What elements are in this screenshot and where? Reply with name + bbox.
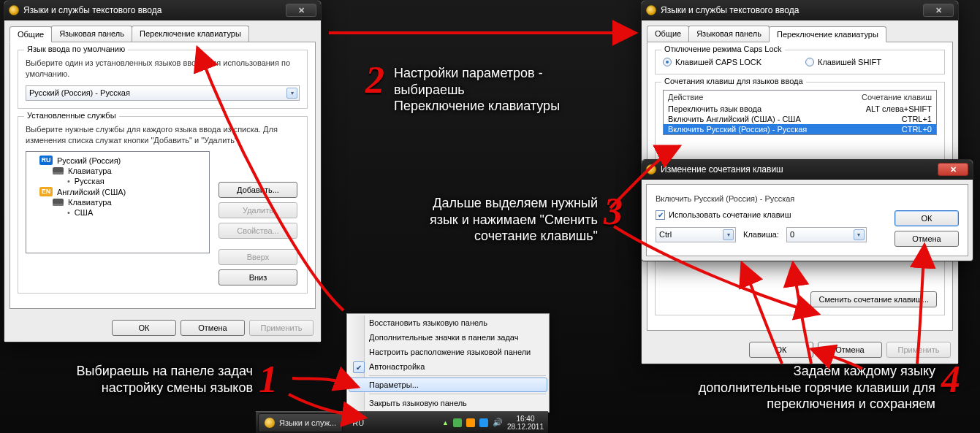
table-row-selected[interactable]: Включить Русский (Россия) - Русская CTRL…	[664, 124, 936, 134]
radio-caps-lock[interactable]: Клавишей CAPS LOCK	[663, 58, 761, 66]
cancel-button[interactable]: Отмена	[181, 320, 245, 336]
group-default-language: Язык ввода по умолчанию Выберите один из…	[18, 50, 308, 109]
menu-item-extra-icons[interactable]: Дополнительные значки в панели задач	[349, 330, 547, 345]
tree-kbd: Клавиатура	[68, 166, 112, 175]
chevron-down-icon: ▾	[854, 229, 865, 240]
volume-icon[interactable]: 🔊	[493, 418, 503, 427]
properties-button[interactable]: Свойства...	[219, 223, 297, 239]
tab-general[interactable]: Общие	[10, 26, 52, 42]
lang-badge-en: EN	[39, 187, 53, 196]
cancel-button[interactable]: Отмена	[894, 231, 959, 247]
tray-arrow-icon[interactable]: ▲	[442, 419, 449, 426]
tree-layout: США	[75, 208, 93, 217]
tab-general[interactable]: Общие	[647, 26, 689, 42]
group-legend: Язык ввода по умолчанию	[24, 45, 128, 53]
titlebar[interactable]: Изменение сочетания клавиш ✕	[642, 160, 973, 180]
tab-pane: Язык ввода по умолчанию Выберите один из…	[10, 42, 316, 309]
close-button[interactable]: ✕	[286, 4, 316, 17]
annotation-2: Настройки параметров - выбираешь Переклю…	[394, 65, 628, 115]
change-hotkey-button[interactable]: Сменить сочетание клавиш...	[810, 291, 937, 307]
tab-language-bar[interactable]: Языковая панель	[688, 26, 770, 42]
apply-button[interactable]: Применить	[249, 320, 314, 336]
key-dropdown[interactable]: 0 ▾	[786, 227, 867, 242]
tree-lang-en: Английский (США)	[57, 188, 126, 196]
remove-button[interactable]: Удалить	[219, 202, 297, 218]
close-button[interactable]: ✕	[938, 163, 968, 176]
step-number-2: 2	[365, 58, 384, 101]
ok-button[interactable]: ОК	[112, 320, 176, 336]
tray-icon[interactable]	[479, 418, 488, 427]
tree-kbd: Клавиатура	[68, 198, 112, 207]
radio-shift[interactable]: Клавишей SHIFT	[805, 58, 881, 66]
titlebar[interactable]: Языки и службы текстового ввода ✕	[4, 1, 321, 20]
app-icon	[9, 5, 19, 15]
dropdown-value: Ctrl	[659, 230, 672, 239]
radio-label: Клавишей SHIFT	[818, 58, 881, 66]
annotation-1: Выбираешь на панеле задач настройку смен…	[12, 363, 253, 396]
table-row[interactable]: Переключить язык ввода ALT слева+SHIFT	[664, 104, 936, 114]
group-description: Выберите нужные службы для каждого языка…	[26, 124, 300, 146]
menu-item-restore[interactable]: Восстановить языковую панель	[349, 315, 547, 330]
titlebar[interactable]: Языки и службы текстового ввода ✕	[642, 1, 958, 20]
tab-strip: Общие Языковая панель Переключение клави…	[4, 20, 321, 42]
dialog-footer: ОК Отмена Применить	[642, 336, 958, 364]
default-language-dropdown[interactable]: Русский (Россия) - Русская ▾	[26, 85, 300, 101]
menu-item-close[interactable]: Закрыть языковую панель	[349, 396, 547, 410]
cell-action: Переключить язык ввода	[668, 104, 851, 113]
taskbar-app-button[interactable]: Языки и служ...	[258, 413, 343, 432]
tab-keyboard-switch[interactable]: Переключение клавиатуры	[132, 26, 249, 42]
keyboard-icon	[53, 167, 64, 175]
radio-icon	[663, 58, 672, 66]
menu-item-parameters[interactable]: Параметры...	[349, 378, 547, 392]
modifier-dropdown[interactable]: Ctrl ▾	[656, 227, 736, 242]
taskbar-lang-indicator[interactable]: RU	[352, 418, 364, 427]
tray-icon[interactable]	[453, 418, 462, 427]
tray-icon[interactable]	[466, 418, 475, 427]
ok-button[interactable]: ОК	[894, 210, 959, 226]
close-button[interactable]: ✕	[923, 4, 954, 17]
hotkey-table[interactable]: Действие Сочетание клавиш Переключить яз…	[663, 90, 937, 135]
system-tray: ▲ 🔊 16:40 28.12.2011	[442, 415, 548, 431]
apply-button[interactable]: Применить	[886, 342, 951, 358]
tree-layout: Русская	[75, 177, 105, 185]
tab-language-bar[interactable]: Языковая панель	[51, 26, 132, 42]
language-bar-context-menu: Восстановить языковую панель Дополнитель…	[346, 313, 550, 413]
group-installed-services: Установленные службы Выберите нужные слу…	[18, 116, 308, 294]
services-tree[interactable]: RUРусский (Россия) Клавиатура •Русская E…	[26, 151, 210, 253]
checkbox-label: Использовать сочетание клавиш	[669, 210, 791, 219]
window-title: Языки и службы текстового ввода	[23, 5, 162, 15]
dropdown-value: Русский (Россия) - Русская	[29, 88, 130, 97]
taskbar-label: Языки и служ...	[279, 418, 336, 427]
app-icon	[646, 5, 656, 15]
taskbar: Языки и служ... RU ▲ 🔊 16:40 28.12.2011	[256, 411, 548, 433]
ok-button[interactable]: ОК	[749, 342, 813, 358]
keyboard-icon	[53, 199, 64, 206]
radio-label: Клавишей CAPS LOCK	[675, 58, 761, 66]
key-label: Клавиша:	[743, 230, 779, 239]
window-title: Языки и службы текстового ввода	[661, 5, 799, 15]
menu-item-auto[interactable]: ✔Автонастройка	[349, 359, 547, 374]
hotkey-subject: Включить Русский (Россия) - Русская	[656, 193, 959, 204]
clock-date: 28.12.2011	[507, 423, 544, 431]
cell-combo: ALT слева+SHIFT	[851, 104, 932, 113]
bullet-icon: •	[67, 208, 70, 217]
step-number-3: 3	[604, 190, 623, 233]
chevron-down-icon: ▾	[286, 88, 297, 99]
group-description: Выберите один из установленных языков вв…	[26, 58, 300, 80]
add-button[interactable]: Добавить...	[219, 182, 297, 198]
taskbar-clock[interactable]: 16:40 28.12.2011	[507, 415, 544, 431]
radio-icon	[805, 58, 814, 66]
table-row[interactable]: Включить Английский (США) - США CTRL+1	[664, 114, 936, 124]
tab-keyboard-switch[interactable]: Переключение клавиатуры	[769, 26, 886, 42]
group-legend: Установленные службы	[24, 111, 119, 120]
cell-action: Включить Английский (США) - США	[668, 115, 851, 123]
checkbox-use-combo[interactable]: ✔	[656, 210, 665, 220]
dropdown-value: 0	[790, 230, 794, 239]
cell-combo: CTRL+1	[851, 115, 932, 123]
move-up-button[interactable]: Вверх	[219, 249, 297, 265]
cancel-button[interactable]: Отмена	[818, 342, 882, 358]
menu-item-position[interactable]: Настроить расположение языковой панели	[349, 345, 547, 359]
menu-separator	[369, 375, 546, 376]
move-down-button[interactable]: Вниз	[219, 269, 297, 286]
app-icon	[265, 418, 275, 428]
